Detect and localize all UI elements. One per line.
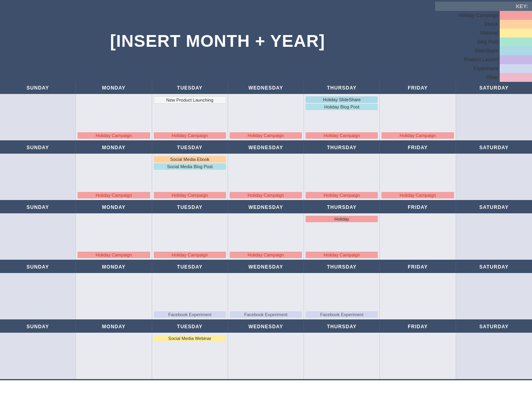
key-swatch	[500, 55, 532, 64]
week-row: Facebook ExperimentFacebook ExperimentFa…	[0, 273, 532, 321]
day-header-cell: SUNDAY	[0, 261, 76, 273]
cell-footer-bar: Holiday Campaign	[154, 132, 226, 139]
day-header-cell: WEDNESDAY	[228, 82, 304, 94]
key-entry: Holiday Campaign	[435, 11, 532, 20]
event-tag: Holiday Blog Post	[306, 104, 378, 110]
cell-footer-bar: Holiday Campaign	[154, 192, 226, 198]
key-swatch	[500, 64, 532, 73]
day-header-cell: TUESDAY	[152, 142, 228, 154]
key-entry-label: Ebook	[435, 21, 500, 28]
week-header-row: SUNDAYMONDAYTUESDAYWEDNESDAYTHURSDAYFRID…	[0, 82, 532, 94]
day-cell	[76, 273, 152, 319]
key-swatch	[500, 46, 532, 55]
day-cell	[456, 154, 532, 200]
key-entries: Holiday Campaign Ebook Webinar Blog Post…	[435, 11, 532, 82]
day-cell: Holiday Campaign	[228, 94, 304, 140]
week-header-row: SUNDAYMONDAYTUESDAYWEDNESDAYTHURSDAYFRID…	[0, 142, 532, 154]
event-tag: Social Media Ebook	[154, 156, 226, 163]
day-header-cell: FRIDAY	[380, 261, 456, 273]
day-cell	[0, 154, 76, 200]
key-swatch	[500, 38, 532, 46]
day-header-cell: FRIDAY	[380, 142, 456, 154]
day-cell: Facebook Experiment	[304, 273, 380, 319]
cell-footer-bar: Holiday Campaign	[306, 132, 378, 139]
key-entry-label: Product Launch	[435, 56, 500, 63]
event-tag: Holiday SlideShare	[306, 96, 378, 103]
cell-footer-bar: Facebook Experiment	[230, 311, 302, 318]
page-title: [INSERT MONTH + YEAR]	[110, 31, 325, 51]
key-entry: Other	[435, 73, 532, 82]
calendar-body: SUNDAYMONDAYTUESDAYWEDNESDAYTHURSDAYFRID…	[0, 82, 532, 380]
day-header-cell: SATURDAY	[456, 261, 532, 273]
day-header-cell: WEDNESDAY	[228, 321, 304, 333]
header-block: [INSERT MONTH + YEAR]	[0, 0, 435, 82]
key-entry-label: SlideShare	[435, 47, 500, 54]
cell-events: Holiday	[306, 216, 378, 222]
day-header-cell: SUNDAY	[0, 201, 76, 213]
key-entry-label: Other	[435, 74, 500, 81]
day-header-cell: THURSDAY	[304, 321, 380, 333]
cell-footer-bar: Facebook Experiment	[154, 311, 226, 318]
page: [INSERT MONTH + YEAR] KEY: Holiday Campa…	[0, 0, 532, 380]
day-header-cell: SATURDAY	[456, 321, 532, 333]
day-cell: Facebook Experiment	[228, 273, 304, 319]
key-entry: SlideShare	[435, 46, 532, 55]
day-cell	[380, 273, 456, 319]
day-cell	[456, 333, 532, 379]
day-header-cell: THURSDAY	[304, 82, 380, 94]
cell-footer-bar: Holiday Campaign	[230, 192, 302, 198]
day-cell: Holiday Campaign	[76, 94, 152, 140]
cell-events: Holiday SlideShareHoliday Blog Post	[306, 96, 378, 110]
day-header-cell: THURSDAY	[304, 142, 380, 154]
cell-footer-bar: Holiday Campaign	[230, 252, 302, 258]
cell-footer-bar: Holiday Campaign	[230, 132, 302, 139]
key-panel: KEY: Holiday Campaign Ebook Webinar Blog…	[435, 0, 532, 82]
day-header-cell: SUNDAY	[0, 82, 76, 94]
day-cell	[456, 94, 532, 140]
cell-footer-bar: Holiday Campaign	[381, 192, 454, 198]
day-cell	[0, 213, 76, 260]
day-header-cell: MONDAY	[76, 82, 152, 94]
day-cell: Holiday Campaign	[228, 213, 304, 260]
key-entry-label: Webinar	[435, 29, 500, 37]
cell-footer-bar: Holiday Campaign	[77, 252, 150, 258]
key-swatch	[500, 73, 532, 82]
day-header-cell: THURSDAY	[304, 261, 380, 273]
event-tag: New Product Launching	[154, 96, 226, 104]
week-header-row: SUNDAYMONDAYTUESDAYWEDNESDAYTHURSDAYFRID…	[0, 201, 532, 213]
day-cell: Holiday Campaign	[380, 94, 456, 140]
cell-footer-bar: Holiday Campaign	[77, 132, 150, 139]
day-header-cell: FRIDAY	[380, 201, 456, 213]
cell-events: Social Media EbookSocial Media Blog Post	[154, 156, 226, 170]
day-cell	[0, 273, 76, 319]
day-cell: Holiday Campaign	[228, 154, 304, 200]
day-cell: Holiday Campaign	[76, 154, 152, 200]
key-entry-label: Blog Post	[435, 38, 500, 46]
day-header-cell: SUNDAY	[0, 321, 76, 333]
top-row: [INSERT MONTH + YEAR] KEY: Holiday Campa…	[0, 0, 532, 82]
day-cell: Holiday Campaign	[76, 213, 152, 260]
day-header-cell: TUESDAY	[152, 261, 228, 273]
day-header-cell: SATURDAY	[456, 142, 532, 154]
cell-footer-bar: Holiday Campaign	[306, 192, 378, 198]
event-tag: Holiday	[306, 216, 378, 222]
day-header-cell: WEDNESDAY	[228, 201, 304, 213]
day-header-cell: SATURDAY	[456, 82, 532, 94]
week-header-row: SUNDAYMONDAYTUESDAYWEDNESDAYTHURSDAYFRID…	[0, 261, 532, 273]
week-row: Holiday CampaignNew Product LaunchingHol…	[0, 94, 532, 142]
day-cell: Holiday SlideShareHoliday Blog PostHolid…	[304, 94, 380, 140]
day-cell: Facebook Experiment	[152, 273, 228, 319]
key-swatch	[500, 11, 532, 20]
key-label: KEY:	[435, 2, 532, 11]
cell-events: New Product Launching	[154, 96, 226, 104]
day-header-cell: TUESDAY	[152, 201, 228, 213]
day-cell	[0, 333, 76, 379]
key-swatch	[500, 29, 532, 38]
key-entry-label: Holiday Campaign	[435, 12, 500, 19]
day-cell	[76, 333, 152, 379]
day-header-cell: THURSDAY	[304, 201, 380, 213]
day-header-cell: FRIDAY	[380, 321, 456, 333]
day-cell	[304, 333, 380, 379]
day-cell: Social Media Webinar	[152, 333, 228, 379]
key-entry: Blog Post	[435, 38, 532, 46]
